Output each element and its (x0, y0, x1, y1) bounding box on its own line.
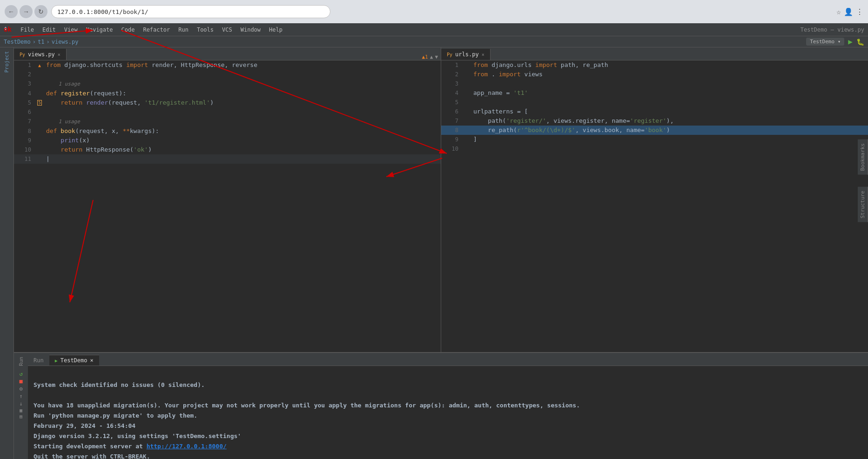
views-editor-content[interactable]: 1 ▲ from django.shortcuts import render,… (14, 60, 441, 352)
bottom-row: Run ↺ ■ ⚙ ↑ ↓ ▦ ▤ Run ▶ (14, 353, 868, 459)
urls-line-5: 5 (441, 98, 868, 107)
bookmarks-panel[interactable]: Bookmarks (858, 140, 868, 175)
run-line-blank1 (34, 370, 862, 380)
menu-help[interactable]: Help (265, 26, 286, 34)
views-tab-close[interactable]: × (58, 52, 61, 57)
breadcrumb-file: views.py (52, 39, 79, 45)
project-icon[interactable]: Project (4, 49, 10, 74)
views-editor-tabs: Py views.py × ▲1 ▲ ▼ (14, 47, 441, 60)
menu-edit[interactable]: Edit (39, 26, 60, 34)
urls-tab-close[interactable]: × (482, 52, 484, 57)
back-button[interactable]: ← (5, 5, 18, 18)
urls-line-2: 2 from . import views (441, 70, 868, 79)
main-content: Project Py views.py × ▲1 ▲ (0, 47, 868, 459)
breadcrumb: TestDemo › t1 › views.py (4, 39, 79, 45)
urls-tab-label: urls.py (455, 51, 479, 58)
run-line-blank2 (34, 390, 862, 400)
run-output: System check identified no issues (0 sil… (28, 366, 868, 459)
settings-icon: ⋮ (856, 7, 863, 16)
run-tab-label[interactable]: Run (28, 355, 49, 366)
run-tab-name: TestDemo (61, 357, 87, 364)
testdemo-run-tab[interactable]: ▶ TestDemo × (49, 355, 99, 366)
run-icon[interactable]: ▶ (848, 37, 853, 46)
menu-vcs[interactable]: VCS (218, 26, 236, 34)
urls-editor-tabs: Py urls.py × (441, 47, 868, 60)
run-line-django-version: Django version 3.2.12, using settings 'T… (34, 431, 862, 441)
run-line-system-check: System check identified no issues (0 sil… (34, 380, 862, 390)
browser-chrome: ← → ↻ 127.0.0.1:8000/t1/book/1/ ☆ 👤 ⋮ (0, 0, 868, 23)
menu-file[interactable]: File (17, 26, 38, 34)
urls-line-7: 7 path('register/', views.register, name… (441, 116, 868, 126)
views-tab[interactable]: Py views.py × (14, 49, 67, 60)
project-bar: TestDemo › t1 › views.py TestDemo ▾ ▶ 🐛 (0, 36, 868, 47)
run-line-server-start: Starting development server at http://12… (34, 441, 862, 452)
scroll-down-btn[interactable]: ▼ (435, 54, 438, 60)
bookmark-icon: ☆ (836, 7, 841, 16)
urls-editor-content[interactable]: 1 from django.urls import path, re_path … (441, 60, 868, 352)
forward-button[interactable]: → (20, 5, 33, 18)
views-tab-icon: Py (20, 52, 25, 57)
menu-window[interactable]: Window (237, 26, 264, 34)
line-11: 11 | (14, 154, 441, 164)
scroll-up-bottom-icon[interactable]: ↑ (19, 393, 22, 399)
ok-annotation: ok (4, 26, 12, 33)
menu-navigate[interactable]: Navigate (82, 26, 117, 34)
filter-icon[interactable]: ▤ (20, 414, 22, 419)
rerun-icon[interactable]: ↺ (19, 371, 22, 377)
reload-button[interactable]: ↻ (34, 5, 47, 18)
line-7-hint: 7 1 usage (14, 117, 441, 126)
run-line-migrate-cmd: Run 'python manage.py migrate' to apply … (34, 411, 862, 421)
run-line-date: February 29, 2024 - 16:54:04 (34, 421, 862, 431)
urls-line-8: 8 re_path(r'^book/(\d+)/$', views.book, … (441, 126, 868, 135)
urls-line-10: 10 (441, 144, 868, 153)
bottom-side-panel: Run ↺ ■ ⚙ ↑ ↓ ▦ ▤ (14, 353, 28, 459)
url-text: 127.0.0.1:8000/t1/book/1/ (57, 8, 148, 15)
run-tab-close[interactable]: × (90, 357, 94, 364)
stop-icon[interactable]: ■ (19, 378, 22, 385)
menu-view[interactable]: View (61, 26, 81, 34)
run-line-quit: Quit the server with CTRL-BREAK. (34, 452, 862, 459)
editors-container: Py views.py × ▲1 ▲ ▼ (14, 47, 868, 459)
bottom-content-area: Run ▶ TestDemo × System check identified… (28, 353, 868, 459)
server-url-link[interactable]: http://127.0.0.1:8000/ (147, 443, 227, 450)
urls-line-9: 9 ] (441, 135, 868, 144)
urls-tab[interactable]: Py urls.py × (441, 49, 491, 60)
urls-line-3: 3 (441, 79, 868, 88)
address-bar[interactable]: 127.0.0.1:8000/t1/book/1/ (51, 5, 330, 18)
line-4: 4 def register(request): (14, 89, 441, 98)
breadcrumb-project: TestDemo (4, 39, 31, 45)
line-6: 6 (14, 107, 441, 117)
columns-icon[interactable]: ▦ (20, 408, 22, 413)
side-panel: Project (0, 47, 14, 459)
breadcrumb-app: t1 (38, 39, 44, 45)
run-config-dropdown[interactable]: TestDemo ▾ (806, 38, 844, 46)
menu-bar: ♦ File Edit View Navigate Code Refactor … (0, 23, 868, 36)
menu-refactor[interactable]: Refactor (139, 26, 174, 34)
run-side-label: Run (18, 355, 24, 368)
menu-code[interactable]: Code (118, 26, 139, 34)
window-title: TestDemo – views.py (801, 27, 864, 33)
line-1: 1 ▲ from django.shortcuts import render,… (14, 60, 441, 70)
debug-icon[interactable]: 🐛 (856, 38, 864, 46)
nav-buttons: ← → ↻ (5, 5, 47, 18)
ide-wrapper: ♦ File Edit View Navigate Code Refactor … (0, 23, 868, 459)
run-line-migrations: You have 18 unapplied migration(s). Your… (34, 400, 862, 411)
html-gutter-icon: 5 (37, 100, 41, 106)
warning-indicator: ▲1 (422, 54, 428, 60)
urls-editor: Py urls.py × 1 from django.urls import p… (441, 47, 868, 352)
scroll-down-bottom-icon[interactable]: ↓ (19, 400, 22, 407)
line-8: 8 def book(request, x, **kwargs): (14, 126, 441, 136)
menu-tools[interactable]: Tools (193, 26, 217, 34)
scroll-up-btn[interactable]: ▲ (430, 54, 433, 60)
browser-icons: ☆ 👤 ⋮ (836, 7, 863, 16)
line-5: 5 5 return render(request, 't1/register.… (14, 98, 441, 107)
views-tab-label: views.py (28, 51, 55, 58)
menu-run[interactable]: Run (175, 26, 192, 34)
bottom-tabs: Run ▶ TestDemo × (28, 353, 868, 366)
line-9: 9 print(x) (14, 136, 441, 145)
line-3-hint: 3 1 usage (14, 79, 441, 89)
urls-line-4: 4 app_name = 't1' (441, 88, 868, 98)
structure-panel[interactable]: Structure (858, 187, 868, 222)
settings-bottom-icon[interactable]: ⚙ (19, 386, 22, 392)
bottom-panel: Run ↺ ■ ⚙ ↑ ↓ ▦ ▤ Run ▶ (14, 352, 868, 459)
